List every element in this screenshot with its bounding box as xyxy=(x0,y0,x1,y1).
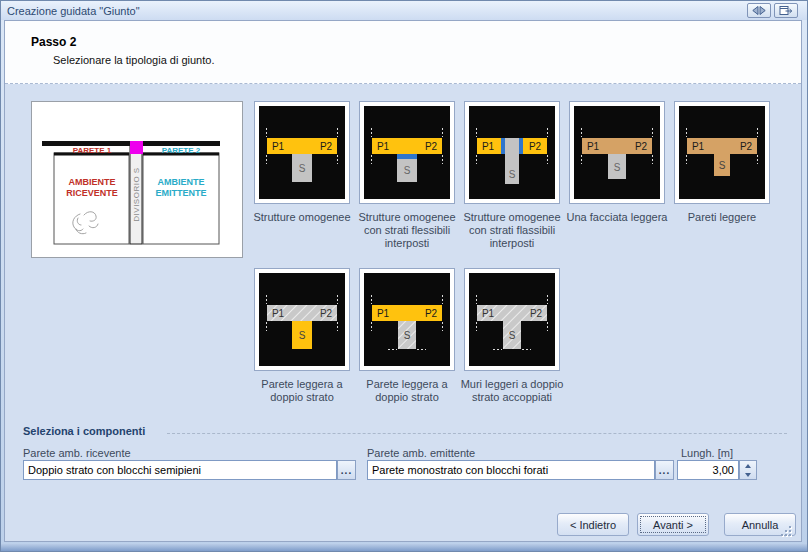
svg-text:S: S xyxy=(614,162,621,173)
emitting-wall-label: Parete amb. emittente xyxy=(367,447,475,459)
tile-homogeneous-flexible-2[interactable]: P1 P2 S xyxy=(464,101,560,204)
tile-caption: Parete leggera a doppio strato xyxy=(351,378,463,404)
back-button[interactable]: < Indietro xyxy=(557,513,629,536)
svg-text:S: S xyxy=(299,163,306,174)
svg-text:P2: P2 xyxy=(740,141,753,152)
svg-text:P1: P1 xyxy=(377,141,390,152)
wizard-header: Passo 2 Selezionare la tipologia di giun… xyxy=(5,21,801,84)
tile-caption: Strutture omogenee xyxy=(246,211,358,224)
svg-text:P1: P1 xyxy=(377,308,390,319)
svg-text:S: S xyxy=(509,330,516,341)
svg-text:S: S xyxy=(404,165,411,176)
tile-light-double-wall-1[interactable]: P1 P2 S xyxy=(254,268,350,371)
resize-grip-icon[interactable] xyxy=(779,524,793,538)
triangle-down-icon xyxy=(745,473,751,477)
wizard-dialog: Creazione guidata "Giunto" Passo 2 Selez… xyxy=(0,0,808,552)
side-by-side-arrows-button[interactable] xyxy=(747,3,771,18)
emitting-room-label: AMBIENTE EMITTENTE xyxy=(143,177,219,199)
step-instruction: Selezionare la tipologia di giunto. xyxy=(53,54,214,66)
svg-text:P2: P2 xyxy=(635,141,648,152)
spin-up-button[interactable] xyxy=(740,461,756,470)
dialog-body: Passo 2 Selezionare la tipologia di giun… xyxy=(4,20,802,542)
spin-down-button[interactable] xyxy=(740,470,756,479)
length-input[interactable] xyxy=(677,460,739,480)
length-spinner xyxy=(739,460,757,480)
length-label: Lungh. [m] xyxy=(681,447,733,459)
receiving-wall-label: Parete amb. ricevente xyxy=(23,447,131,459)
tile-caption: Strutture omogenee con strati flessibili… xyxy=(351,211,463,250)
section-divider xyxy=(167,433,787,434)
tile-caption: Muri leggeri a doppio strato accoppiati xyxy=(456,378,568,404)
svg-text:P1: P1 xyxy=(272,308,285,319)
svg-text:P1: P1 xyxy=(482,141,495,152)
svg-text:P2: P2 xyxy=(425,308,438,319)
svg-text:S: S xyxy=(509,169,516,180)
triangle-up-icon xyxy=(745,464,751,468)
emitting-wall-input[interactable] xyxy=(367,460,655,480)
junction-preview: PARETE 1 PARETE 2 AMBIENTE RICEVENTE AMB… xyxy=(31,101,243,258)
step-title: Passo 2 xyxy=(31,35,76,49)
next-button[interactable]: Avanti > xyxy=(637,513,709,536)
emitting-wall-browse-button[interactable]: ... xyxy=(655,460,674,480)
wall1-label: PARETE 1 xyxy=(54,146,130,155)
tile-caption: Strutture omogenee con strati flassibili… xyxy=(456,211,568,250)
svg-text:S: S xyxy=(299,330,306,341)
window-bottom-frame xyxy=(1,544,807,551)
svg-text:P1: P1 xyxy=(587,141,600,152)
window-title: Creazione guidata "Giunto" xyxy=(7,5,140,17)
wall2-label: PARETE 2 xyxy=(143,146,219,155)
svg-text:P2: P2 xyxy=(320,141,333,152)
svg-text:P1: P1 xyxy=(482,308,495,319)
tile-light-walls[interactable]: P1 P2 S xyxy=(674,101,770,204)
svg-text:P2: P2 xyxy=(320,308,333,319)
components-section-title: Seleziona i componenti xyxy=(23,425,145,437)
titlebar: Creazione guidata "Giunto" xyxy=(1,1,807,20)
svg-text:S: S xyxy=(719,160,726,171)
tile-caption: Una facciata leggera xyxy=(561,211,673,224)
tile-homogeneous[interactable]: P1 P2 S xyxy=(254,101,350,204)
svg-text:S: S xyxy=(404,330,411,341)
tile-caption: Parete leggera a doppio strato xyxy=(246,378,358,404)
receiving-room-label: AMBIENTE RICEVENTE xyxy=(54,177,130,199)
ear-sketch xyxy=(73,212,98,234)
detach-window-icon xyxy=(779,5,793,16)
svg-text:P2: P2 xyxy=(529,141,542,152)
side-by-side-arrows-icon xyxy=(752,6,766,15)
tile-light-double-wall-2[interactable]: P1 P2 S xyxy=(359,268,455,371)
receiving-wall-input[interactable] xyxy=(23,460,337,480)
tile-caption: Pareti leggere xyxy=(666,211,778,224)
detach-window-button[interactable] xyxy=(774,3,798,18)
svg-text:P2: P2 xyxy=(530,308,543,319)
svg-text:P2: P2 xyxy=(425,141,438,152)
divider-label: DIVISORIO S xyxy=(132,155,141,235)
tile-homogeneous-flexible-1[interactable]: P1 P2 S xyxy=(359,101,455,204)
tile-coupled-double-walls[interactable]: P1 P2 S xyxy=(464,268,560,371)
svg-text:P1: P1 xyxy=(272,141,285,152)
receiving-wall-browse-button[interactable]: ... xyxy=(337,460,356,480)
svg-text:P1: P1 xyxy=(692,141,705,152)
tile-light-facade[interactable]: P1 P2 S xyxy=(569,101,665,204)
